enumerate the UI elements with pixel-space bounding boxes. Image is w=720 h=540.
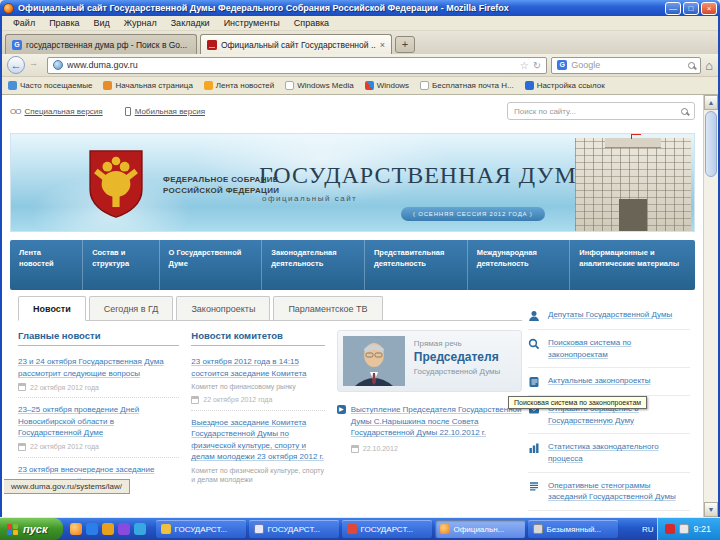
task-document-2[interactable]: ГОСУДАРСТ... <box>342 520 432 538</box>
bookmark-home-page[interactable]: Начальная страница <box>103 81 192 90</box>
tab-today-in-duma[interactable]: Сегодня в ГД <box>89 296 174 320</box>
language-indicator[interactable]: RU <box>638 525 658 534</box>
rss-icon <box>204 81 213 90</box>
task-document-1[interactable]: ГОСУДАРСТ... <box>249 520 339 538</box>
new-tab-button[interactable]: + <box>395 36 415 53</box>
ie-quicklaunch-icon[interactable] <box>86 523 98 535</box>
sidebar-link-bill-search[interactable]: Поисковая система по законопроектам <box>528 330 690 368</box>
bookmark-windows[interactable]: Windows <box>365 81 409 90</box>
document-icon <box>254 524 264 534</box>
antivirus-tray-icon[interactable] <box>665 524 675 534</box>
nav-international[interactable]: Международная деятельность <box>468 240 571 290</box>
nav-information-materials[interactable]: Информационные и аналитические материалы <box>570 240 695 290</box>
nav-structure[interactable]: Состав и структура <box>83 240 159 290</box>
search-icon[interactable] <box>688 62 695 69</box>
bookmark-windows-media[interactable]: Windows Media <box>285 81 353 90</box>
bookmark-free-mail[interactable]: Бесплатная почта H... <box>420 81 514 90</box>
close-button[interactable]: × <box>701 2 717 15</box>
bookmark-most-visited[interactable]: Часто посещаемые <box>8 81 92 90</box>
browser-tab-duma-site[interactable]: Официальный сайт Государственной ... × <box>200 34 392 54</box>
main-navigation: Лента новостей Состав и структура О Госу… <box>10 240 695 290</box>
browser-tab-google-search[interactable]: G государственная дума рф - Поиск в Go..… <box>5 34 197 54</box>
chairman-kicker: Прямая речь <box>414 339 501 348</box>
browser-tab-bar: G государственная дума рф - Поиск в Go..… <box>2 31 718 54</box>
menu-tools[interactable]: Инструменты <box>217 18 287 28</box>
url-input[interactable]: www.duma.gov.ru ☆ ↻ <box>47 57 547 74</box>
forward-icon[interactable]: → <box>29 58 43 72</box>
clock: 9:21 <box>693 524 711 534</box>
menu-bookmarks[interactable]: Закладки <box>164 18 217 28</box>
chairman-speech-link[interactable]: Выступление Председателя Государственной… <box>351 404 522 439</box>
chairman-org: Государственной Думы <box>414 367 501 376</box>
bookmarks-bar: Часто посещаемые Начальная страница Лент… <box>2 77 718 95</box>
bookmark-news-feed[interactable]: Лента новостей <box>204 81 274 90</box>
accessibility-icon: ОО <box>10 107 20 116</box>
menu-file[interactable]: Файл <box>6 18 42 28</box>
nav-about-duma[interactable]: О Государственной Думе <box>160 240 263 290</box>
nav-legislative[interactable]: Законодательная деятельность <box>262 240 365 290</box>
menu-help[interactable]: Справка <box>287 18 336 28</box>
menu-edit[interactable]: Правка <box>42 18 86 28</box>
sidebar-link-statistics[interactable]: Статистика законодательного процесса <box>528 434 690 472</box>
phone-icon <box>125 107 131 116</box>
sidebar-link-transcripts[interactable]: Оперативные стенограммы заседаний Госуда… <box>528 473 690 511</box>
page-scrollbar[interactable]: ▲ ▼ <box>703 95 718 517</box>
building-roof <box>605 138 661 148</box>
maximize-button[interactable]: □ <box>683 2 699 15</box>
chairman-speech-item: ▶ Выступление Председателя Государственн… <box>337 400 522 441</box>
mobile-version-link[interactable]: Мобильная версия <box>125 107 205 116</box>
window-title: Официальный сайт Государственной Думы Фе… <box>18 3 663 13</box>
sidebar-link-current-bills[interactable]: Актуальные законопроекты <box>528 368 690 396</box>
news-link[interactable]: 23–25 октября проведение Дней Новосибирс… <box>18 404 179 439</box>
news-link[interactable]: Выездное заседание Комитета Государствен… <box>191 417 324 463</box>
mail-icon <box>420 81 429 90</box>
site-search-icon[interactable] <box>681 108 688 115</box>
taskbar: пуск ГОСУДАРСТ... ГОСУДАРСТ... ГОСУДАРСТ… <box>0 518 720 540</box>
scrollbar-thumb[interactable] <box>705 111 717 177</box>
back-icon[interactable]: ← <box>7 56 25 74</box>
tab-bills[interactable]: Законопроекты <box>176 296 270 320</box>
bookmark-links-setup[interactable]: Настройка ссылок <box>525 81 605 90</box>
search-engine-icon: G <box>557 60 567 70</box>
sidebar-link-deputies[interactable]: Депутаты Государственной Думы <box>528 302 690 330</box>
reload-icon[interactable]: ↻ <box>533 60 541 71</box>
tab-parliament-tv[interactable]: Парламентское ТВ <box>273 296 382 320</box>
web-search-input[interactable]: G Google <box>551 57 701 74</box>
bookmark-star-icon[interactable]: ☆ <box>520 60 529 71</box>
player-quicklaunch-icon[interactable] <box>118 523 130 535</box>
home-icon[interactable]: ⌂ <box>705 58 713 73</box>
news-link[interactable]: 23 и 24 октября Государственная Дума рас… <box>18 356 179 379</box>
minimize-button[interactable]: — <box>665 2 681 15</box>
scroll-up-icon[interactable]: ▲ <box>704 95 718 110</box>
scroll-down-icon[interactable]: ▼ <box>704 502 718 517</box>
news-link[interactable]: 23 октября 2012 года в 14:15 состоится з… <box>191 356 324 379</box>
special-version-link[interactable]: ОО Специальная версия <box>10 107 103 116</box>
start-button[interactable]: пуск <box>0 518 63 540</box>
messenger-quicklaunch-icon[interactable] <box>134 523 146 535</box>
russian-flag <box>632 133 641 135</box>
tab-close-icon[interactable]: × <box>380 40 385 50</box>
site-search-input[interactable]: Поиск по сайту... <box>507 102 695 120</box>
firefox-quicklaunch-icon[interactable] <box>70 523 82 535</box>
committee-news-heading: Новости комитетов <box>191 330 324 346</box>
task-folder[interactable]: ГОСУДАРСТ... <box>156 520 246 538</box>
nav-representative[interactable]: Представительная деятельность <box>365 240 468 290</box>
duma-favicon <box>207 40 217 50</box>
menu-history[interactable]: Журнал <box>117 18 164 28</box>
link-tooltip: Поисковая система по законопроектам <box>508 396 647 409</box>
news-item: 23 и 24 октября Государственная Дума рас… <box>18 350 179 398</box>
bar-chart-icon <box>528 442 540 454</box>
task-paint[interactable]: Безымянный... <box>528 520 618 538</box>
tray-icon[interactable] <box>679 524 689 534</box>
nav-news-feed[interactable]: Лента новостей <box>10 240 83 290</box>
taskbar-tasks: ГОСУДАРСТ... ГОСУДАРСТ... ГОСУДАРСТ... О… <box>153 520 638 538</box>
folder-icon <box>8 81 17 90</box>
sidebar-link-video[interactable]: Видеотрансляции <box>528 511 690 517</box>
task-firefox-active[interactable]: Официальн... <box>435 520 525 538</box>
status-url-overlay: www.duma.gov.ru/systems/law/ <box>4 479 130 494</box>
mail-quicklaunch-icon[interactable] <box>102 523 114 535</box>
menu-view[interactable]: Вид <box>87 18 117 28</box>
chairman-card[interactable]: Прямая речь Председателя Государственной… <box>337 330 522 392</box>
speech-bullet-icon: ▶ <box>337 405 346 414</box>
tab-news[interactable]: Новости <box>18 296 86 321</box>
